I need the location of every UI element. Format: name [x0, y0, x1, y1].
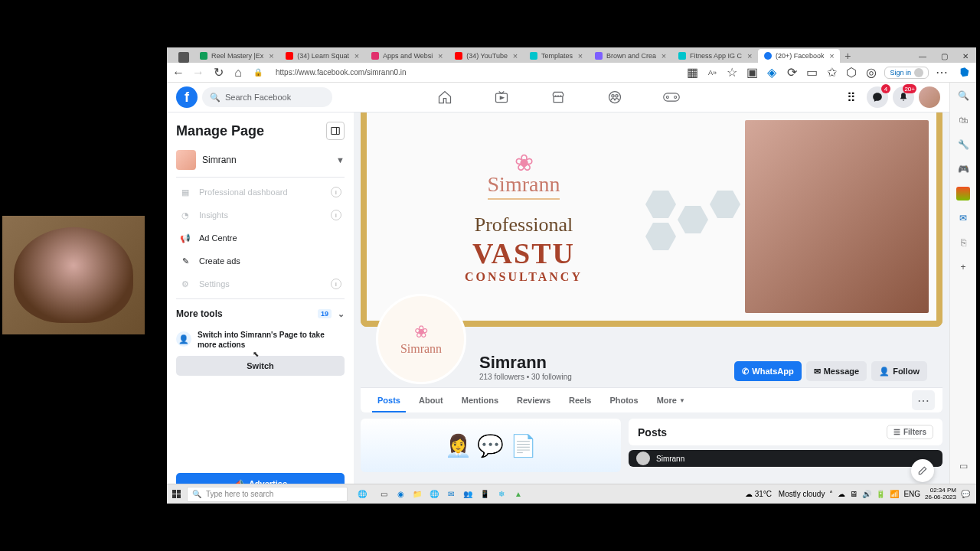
drop-icon[interactable]: ⎘: [956, 236, 970, 249]
signin-button[interactable]: Sign in: [884, 67, 929, 79]
notification-center-icon[interactable]: 💬: [961, 490, 970, 498]
collapse-sidebar-button[interactable]: [326, 122, 345, 140]
tab-photos[interactable]: Photos: [600, 388, 647, 412]
address-input[interactable]: https://www.facebook.com/simrann0.in: [271, 68, 679, 77]
home-tab[interactable]: [436, 88, 454, 106]
snowflake-icon[interactable]: ❄: [495, 487, 508, 501]
tab-fitness-ig[interactable]: Fitness App IG C×: [672, 49, 758, 63]
sidebar-item-ad-centre[interactable]: 📢Ad Centre: [176, 227, 345, 249]
app-icon[interactable]: ▦: [685, 66, 699, 80]
forward-button[interactable]: →: [191, 66, 205, 80]
notifications-icon[interactable]: 20+: [893, 86, 914, 108]
tray-expand-icon[interactable]: ˄: [829, 490, 833, 498]
close-icon[interactable]: ×: [353, 52, 361, 60]
more-options-button[interactable]: ⋯: [912, 390, 935, 410]
filters-button[interactable]: ☰Filters: [887, 425, 933, 439]
gaming-tab[interactable]: [662, 88, 681, 106]
facebook-logo[interactable]: f: [176, 86, 198, 108]
tab-facebook[interactable]: (20+) Facebook×: [758, 49, 840, 63]
back-button[interactable]: ←: [172, 66, 185, 80]
close-icon[interactable]: ×: [436, 52, 444, 60]
lock-icon[interactable]: 🔒: [251, 66, 265, 80]
taskbar-news-icon[interactable]: 🌐: [351, 490, 374, 498]
profile-avatar[interactable]: [919, 86, 940, 108]
new-tab-button[interactable]: +: [840, 49, 855, 63]
close-icon[interactable]: ×: [511, 52, 519, 60]
teams-icon[interactable]: 👥: [461, 487, 475, 501]
battery-icon[interactable]: 🔋: [876, 490, 885, 498]
close-icon[interactable]: ×: [828, 52, 835, 60]
app-icon[interactable]: 📱: [478, 487, 492, 501]
groups-tab[interactable]: [606, 88, 624, 106]
close-icon[interactable]: ×: [577, 52, 584, 60]
app2-icon[interactable]: ▲: [511, 487, 525, 501]
tab-reels[interactable]: Reels: [560, 388, 600, 412]
explorer-icon[interactable]: 📁: [410, 487, 424, 501]
home-button[interactable]: ⌂: [231, 66, 245, 80]
weather-widget[interactable]: ☁ 31°C Mostly cloudy: [745, 490, 825, 498]
watch-tab[interactable]: [492, 88, 511, 106]
close-icon[interactable]: ×: [267, 52, 275, 60]
message-button[interactable]: ✉Message: [806, 361, 867, 381]
onedrive-icon[interactable]: ☁: [838, 490, 845, 498]
extensions-icon[interactable]: ⬡: [844, 66, 858, 80]
post-item[interactable]: Simrann: [629, 450, 942, 467]
plus-sidebar-icon[interactable]: +: [956, 260, 970, 274]
messenger-icon[interactable]: 4: [867, 86, 888, 108]
edge-icon[interactable]: ◉: [394, 487, 407, 501]
tab-reviews[interactable]: Reviews: [508, 388, 560, 412]
clock[interactable]: 02:34 PM26-06-2023: [925, 487, 956, 501]
tab-posts[interactable]: Posts: [368, 388, 410, 412]
bing-icon[interactable]: ◈: [765, 66, 779, 80]
tab-reel-mastery[interactable]: Reel Mastery |Ex×: [194, 49, 279, 63]
search-input[interactable]: 🔍 Search Facebook: [202, 87, 332, 107]
shopping-icon[interactable]: 🛍: [956, 113, 970, 127]
compose-button[interactable]: [911, 459, 934, 482]
tab-about[interactable]: About: [410, 388, 452, 412]
maximize-button[interactable]: ▢: [933, 49, 955, 63]
copilot-icon[interactable]: [958, 66, 972, 80]
page-selector[interactable]: Simrann ▼: [176, 146, 345, 174]
office-icon[interactable]: [956, 187, 970, 201]
mail-icon[interactable]: ✉: [444, 487, 458, 501]
refresh-button[interactable]: ↻: [211, 66, 225, 80]
tab-mentions[interactable]: Mentions: [452, 388, 508, 412]
chrome-icon[interactable]: 🌐: [427, 487, 441, 501]
switch-button[interactable]: Switch: [176, 356, 345, 376]
profile-picture[interactable]: ❀ Simrann: [376, 294, 466, 384]
favorite-icon[interactable]: ☆: [725, 66, 739, 80]
language-indicator[interactable]: ENG: [903, 490, 920, 498]
tab-brown-crea[interactable]: Brown and Crea×: [589, 49, 672, 63]
tab-instagram[interactable]: Apps and Websi×: [365, 49, 449, 63]
menu-button[interactable]: ⋯: [935, 66, 949, 80]
close-icon[interactable]: ×: [660, 52, 668, 60]
read-aloud-icon[interactable]: A»: [705, 66, 719, 80]
tab-more[interactable]: More ▼: [648, 388, 694, 412]
follow-button[interactable]: 👤Follow: [871, 361, 927, 381]
performance-icon[interactable]: ◎: [864, 66, 878, 80]
games-icon[interactable]: 🎮: [956, 162, 970, 176]
network-icon[interactable]: 🖥: [850, 490, 858, 498]
refresh-ext-icon[interactable]: ⟳: [785, 66, 799, 80]
cover-photo[interactable]: ❀ Simrann Professional VASTU CONSULTANCY: [361, 112, 942, 327]
close-window-button[interactable]: ✕: [955, 49, 976, 63]
volume-icon[interactable]: 🔊: [862, 490, 871, 498]
favorites-bar-icon[interactable]: ✩: [825, 66, 838, 80]
marketplace-tab[interactable]: [549, 88, 567, 106]
start-button[interactable]: [170, 487, 184, 501]
tab-learn-squat[interactable]: (34) Learn Squat×: [279, 49, 365, 63]
tab-youtube[interactable]: (34) YouTube×: [449, 49, 524, 63]
tab-templates[interactable]: Templates×: [524, 49, 589, 63]
menu-grid-icon[interactable]: ⠿: [841, 86, 862, 108]
task-view-icon[interactable]: ▭: [377, 487, 390, 501]
wifi-icon[interactable]: 📶: [890, 490, 899, 498]
sidebar-item-create-ads[interactable]: ✎Create ads: [176, 249, 345, 272]
more-tools-toggle[interactable]: More tools 19⌄: [176, 302, 345, 325]
outlook-icon[interactable]: ✉: [956, 211, 970, 225]
profile-stats[interactable]: 213 followers • 30 following: [479, 373, 572, 381]
layout-icon[interactable]: ▭: [956, 459, 970, 473]
whatsapp-button[interactable]: ✆WhatsApp: [734, 361, 801, 381]
extension-icon[interactable]: ▣: [745, 66, 759, 80]
close-icon[interactable]: ×: [746, 52, 753, 60]
minimize-button[interactable]: —: [912, 49, 933, 63]
